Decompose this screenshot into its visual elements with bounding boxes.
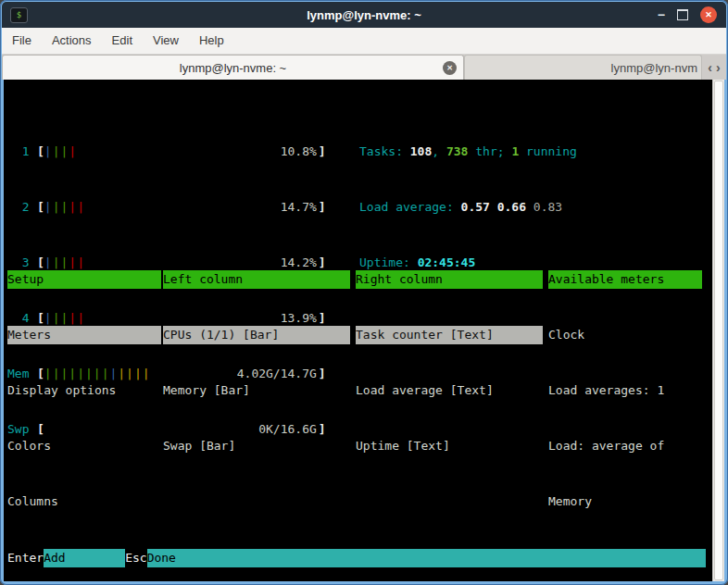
minimize-button[interactable]: − — [658, 2, 665, 28]
tab-bar: lynmp@lyn-nvme: ~ ✕ lynmp@lyn-nvm ‹ › — [2, 55, 726, 80]
menu-item-file[interactable]: File — [2, 28, 42, 54]
cpu1-percent: 10.8% — [281, 143, 317, 161]
cpu2-bar: ||||| — [44, 200, 85, 214]
load-1min: 0.57 — [461, 200, 497, 214]
tasks-sep: , — [432, 144, 446, 158]
load-line: Load average: 0.57 0.66 0.83 — [359, 198, 577, 217]
tab-close-icon[interactable]: ✕ — [443, 61, 457, 75]
bracket: ] — [319, 198, 326, 217]
tab-scroll-arrows: ‹ › — [702, 55, 726, 80]
cpu2-label: 2 — [7, 198, 37, 217]
right-item-load-average[interactable]: Load average [Text] — [356, 381, 543, 400]
right-item-task-counter[interactable]: Task counter [Text] — [356, 326, 543, 344]
tab-scroll-right-icon[interactable]: › — [716, 60, 721, 75]
esc-key-label: Esc — [125, 549, 146, 567]
menu-item-help[interactable]: Help — [189, 28, 234, 54]
menu-item-view[interactable]: View — [143, 28, 189, 54]
right-column: Right column Task counter [Text] Load av… — [356, 233, 543, 492]
tasks-line: Tasks: 108, 738 thr; 1 running — [359, 143, 577, 161]
maximize-button[interactable] — [677, 9, 688, 20]
avail-item-clock[interactable]: Clock — [548, 326, 702, 344]
cpu2-percent: 14.7% — [281, 198, 317, 217]
bracket: [ — [37, 198, 44, 217]
right-item-uptime[interactable]: Uptime [Text] — [356, 437, 543, 455]
running-text: running — [519, 144, 577, 158]
cpu1-bar: |||| — [44, 144, 77, 158]
add-button[interactable]: Add — [44, 549, 125, 567]
tab-active[interactable]: lynmp@lyn-nvme: ~ ✕ — [2, 55, 464, 80]
right-column-header: Right column — [356, 270, 543, 289]
tab-scroll-left-icon[interactable]: ‹ — [708, 60, 712, 75]
available-meters-header: Available meters — [548, 270, 702, 289]
avail-item-memory[interactable]: Memory — [548, 492, 702, 511]
avail-item-load-average-of[interactable]: Load: average of — [548, 437, 702, 455]
terminal-screen[interactable]: 1[||||10.8%] 2[|||||14.7%] 3[|||||14.2%]… — [4, 80, 724, 581]
enter-key-label: Enter — [7, 549, 44, 567]
load-15min: 0.83 — [533, 200, 562, 214]
terminal-window: $ lynmp@lyn-nvme: ~ − ✕ File Actions Edi… — [0, 0, 728, 585]
tab-inactive[interactable]: lynmp@lyn-nvm — [464, 55, 702, 80]
tab-inactive-title: lynmp@lyn-nvm — [611, 61, 697, 75]
setup-column-header: Setup — [7, 270, 161, 289]
window-controls: − ✕ — [658, 2, 717, 28]
tab-active-title: lynmp@lyn-nvme: ~ — [180, 61, 286, 75]
cpu1-label: 1 — [7, 143, 37, 161]
bracket: ] — [319, 143, 326, 161]
left-item-cpus[interactable]: CPUs (1/1) [Bar] — [163, 326, 350, 344]
scrollbar-thumb[interactable] — [714, 81, 723, 580]
avail-item-load-averages[interactable]: Load averages: 1 — [548, 381, 702, 400]
available-meters-column: Available meters Clock Load averages: 1 … — [548, 233, 702, 585]
left-item-swap[interactable]: Swap [Bar] — [163, 437, 350, 455]
load-5min: 0.66 — [497, 200, 533, 214]
tasks-count: 108 — [410, 144, 432, 158]
done-button[interactable]: Done — [147, 549, 706, 567]
close-button[interactable]: ✕ — [700, 6, 717, 23]
titlebar[interactable]: $ lynmp@lyn-nvme: ~ − ✕ — [2, 2, 726, 28]
left-column-header: Left column — [163, 270, 350, 289]
setup-item-display-options[interactable]: Display options — [7, 381, 161, 400]
bracket: [ — [37, 143, 44, 161]
setup-panel: Setup Meters Display options Colors Colu… — [4, 233, 724, 344]
setup-item-columns[interactable]: Columns — [7, 492, 161, 511]
setup-item-meters[interactable]: Meters — [7, 326, 161, 344]
left-column: Left column CPUs (1/1) [Bar] Memory [Bar… — [163, 233, 350, 492]
menu-item-edit[interactable]: Edit — [102, 28, 143, 54]
tasks-label: Tasks: — [359, 144, 410, 158]
load-label: Load average: — [359, 200, 461, 214]
cpu-meter-1: 1[||||10.8%] — [7, 143, 326, 161]
thr-text: thr; — [468, 144, 511, 158]
function-bar: Enter Add Esc Done — [7, 549, 706, 567]
left-item-memory[interactable]: Memory [Bar] — [163, 381, 350, 400]
cpu-meter-2: 2[|||||14.7%] — [7, 198, 326, 217]
menu-bar: File Actions Edit View Help — [2, 28, 726, 55]
threads-count: 738 — [446, 144, 468, 158]
setup-column: Setup Meters Display options Colors Colu… — [7, 233, 161, 548]
setup-item-colors[interactable]: Colors — [7, 437, 161, 455]
terminal-scrollbar[interactable] — [712, 80, 724, 581]
window-title: lynmp@lyn-nvme: ~ — [307, 8, 421, 22]
terminal-icon: $ — [10, 7, 28, 23]
menu-item-actions[interactable]: Actions — [42, 28, 102, 54]
